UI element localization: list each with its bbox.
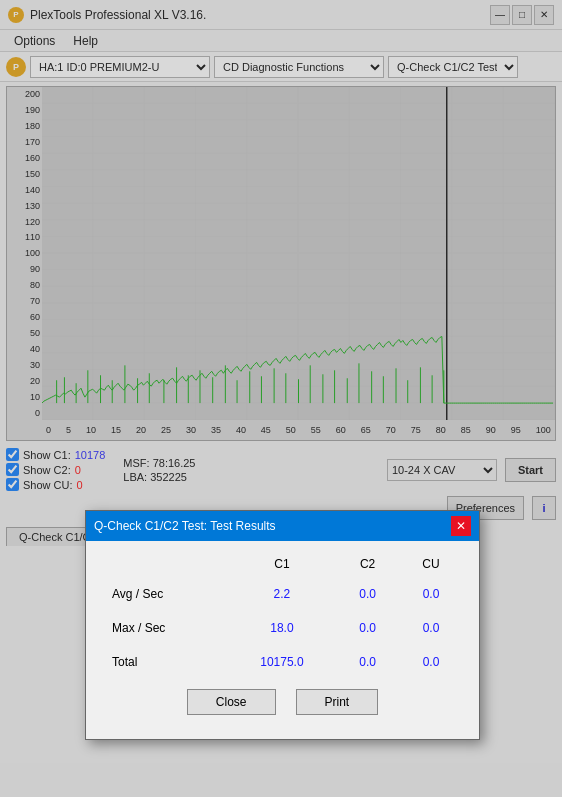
row-max-label: Max / Sec xyxy=(102,611,228,645)
modal-close-btn[interactable]: Close xyxy=(187,689,276,715)
row-max-c2: 0.0 xyxy=(336,611,399,645)
modal-title-bar: Q-Check C1/C2 Test: Test Results ✕ xyxy=(86,511,479,541)
col-header-cu: CU xyxy=(399,551,463,577)
row-total-cu: 0.0 xyxy=(399,645,463,679)
row-total-c2: 0.0 xyxy=(336,645,399,679)
row-max-cu: 0.0 xyxy=(399,611,463,645)
modal-body: C1 C2 CU Avg / Sec 2.2 0.0 0.0 Max / Sec… xyxy=(86,541,479,739)
col-header-c1: C1 xyxy=(228,551,337,577)
row-avg-label: Avg / Sec xyxy=(102,577,228,611)
col-header-empty xyxy=(102,551,228,577)
modal-title: Q-Check C1/C2 Test: Test Results xyxy=(94,519,276,533)
row-avg-c1: 2.2 xyxy=(228,577,337,611)
row-avg-c2: 0.0 xyxy=(336,577,399,611)
table-row: Total 10175.0 0.0 0.0 xyxy=(102,645,463,679)
row-total-label: Total xyxy=(102,645,228,679)
modal-close-button[interactable]: ✕ xyxy=(451,516,471,536)
row-max-c1: 18.0 xyxy=(228,611,337,645)
modal-dialog: Q-Check C1/C2 Test: Test Results ✕ C1 C2… xyxy=(85,510,480,740)
table-row: Avg / Sec 2.2 0.0 0.0 xyxy=(102,577,463,611)
modal-footer: Close Print xyxy=(102,679,463,729)
modal-print-btn[interactable]: Print xyxy=(296,689,379,715)
row-total-c1: 10175.0 xyxy=(228,645,337,679)
row-avg-cu: 0.0 xyxy=(399,577,463,611)
col-header-c2: C2 xyxy=(336,551,399,577)
modal-overlay: Q-Check C1/C2 Test: Test Results ✕ C1 C2… xyxy=(0,0,562,797)
results-table: C1 C2 CU Avg / Sec 2.2 0.0 0.0 Max / Sec… xyxy=(102,551,463,679)
table-row: Max / Sec 18.0 0.0 0.0 xyxy=(102,611,463,645)
